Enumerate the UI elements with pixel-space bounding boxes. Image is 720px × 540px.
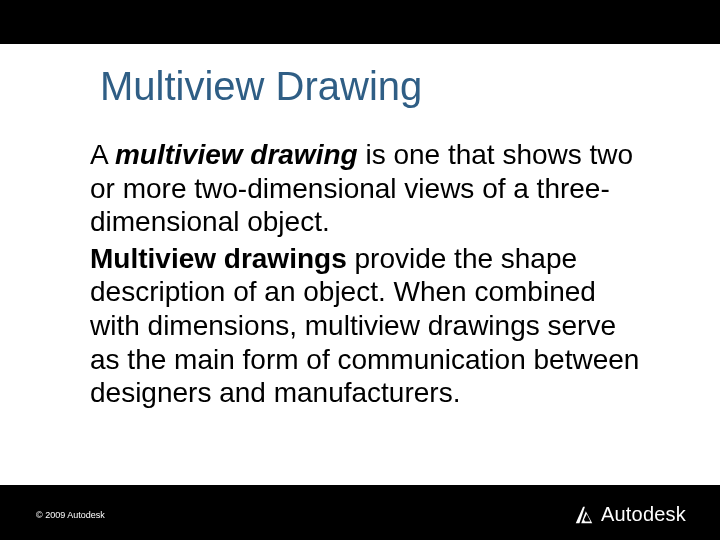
autodesk-logo-icon [573, 504, 595, 526]
bottom-bar: © 2009 Autodesk Autodesk [0, 485, 720, 540]
autodesk-logo-text: Autodesk [601, 503, 686, 526]
paragraph-2: Multiview drawings provide the shape des… [90, 242, 650, 410]
slide-title: Multiview Drawing [100, 64, 660, 108]
top-bar [0, 0, 720, 44]
p1-prefix: A [90, 139, 115, 170]
p1-term: multiview drawing [115, 139, 358, 170]
copyright-text: © 2009 Autodesk [36, 510, 105, 520]
paragraph-1: A multiview drawing is one that shows tw… [90, 138, 650, 239]
autodesk-logo: Autodesk [573, 503, 686, 526]
p2-term: Multiview drawings [90, 243, 347, 274]
slide-body: A multiview drawing is one that shows tw… [90, 138, 650, 413]
